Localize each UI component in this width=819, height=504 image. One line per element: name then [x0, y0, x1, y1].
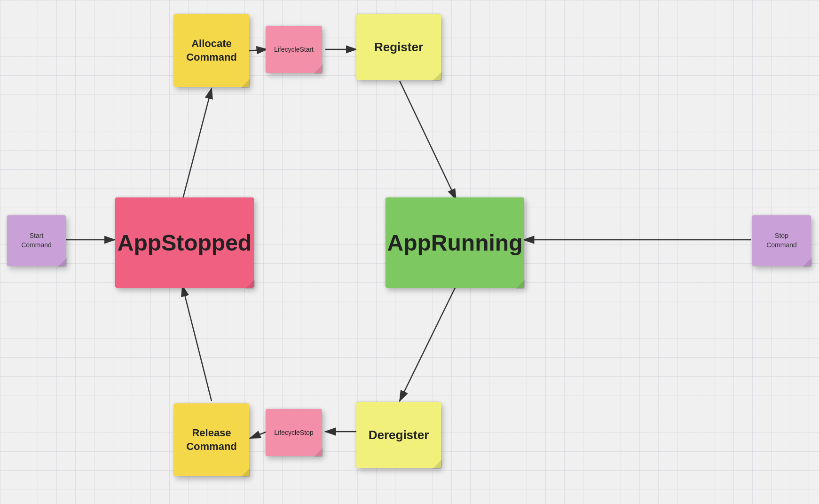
- stop-command-node: StopCommand: [752, 215, 811, 266]
- lifecycle-start-label: LifecycleStart: [274, 46, 314, 53]
- svg-line-9: [250, 432, 267, 438]
- app-stopped-node: AppStopped: [115, 197, 254, 288]
- register-label: Register: [374, 40, 423, 55]
- lifecycle-stop-label: LifecycleStop: [274, 429, 313, 436]
- svg-line-10: [182, 286, 212, 401]
- lifecycle-stop-node: LifecycleStop: [266, 409, 322, 456]
- svg-line-2: [182, 88, 212, 200]
- app-running-node: AppRunning: [386, 197, 524, 288]
- deregister-label: Deregister: [369, 428, 429, 442]
- register-node: Register: [356, 14, 441, 80]
- stop-command-label: StopCommand: [766, 231, 797, 250]
- allocate-command-label: AllocateCommand: [186, 37, 237, 64]
- lifecycle-start-node: LifecycleStart: [266, 26, 322, 73]
- release-command-node: ReleaseCommand: [174, 403, 249, 476]
- deregister-node: Deregister: [356, 402, 441, 468]
- release-command-label: ReleaseCommand: [186, 426, 237, 453]
- svg-line-7: [400, 286, 456, 401]
- app-running-label: AppRunning: [387, 230, 523, 256]
- svg-line-5: [400, 81, 456, 199]
- app-stopped-label: AppStopped: [118, 230, 252, 256]
- start-command-node: StartCommand: [7, 215, 66, 266]
- allocate-command-node: AllocateCommand: [174, 14, 249, 87]
- start-command-label: StartCommand: [21, 231, 52, 250]
- svg-line-3: [249, 49, 267, 51]
